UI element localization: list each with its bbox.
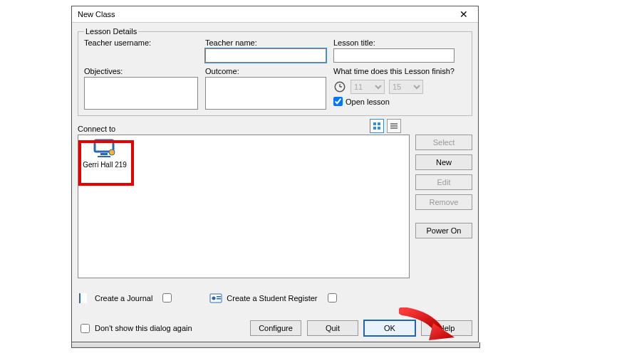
open-lesson-label: Open lesson [346, 98, 390, 106]
objectives-label: Objectives: [84, 67, 198, 75]
titlebar: New Class ✕ [72, 6, 478, 23]
quit-button[interactable]: Quit [307, 320, 358, 336]
lesson-title-label: Lesson title: [333, 38, 455, 47]
new-class-dialog: New Class ✕ Lesson Details Teacher usern… [71, 6, 479, 342]
svg-rect-11 [100, 153, 108, 155]
register-icon [209, 292, 222, 305]
svg-rect-9 [390, 127, 398, 129]
svg-rect-8 [390, 125, 398, 127]
dont-show-label: Don't show this dialog again [95, 324, 192, 332]
edit-button[interactable]: Edit [415, 174, 472, 190]
svg-point-17 [212, 296, 216, 300]
ok-button[interactable]: OK [364, 320, 415, 336]
new-button[interactable]: New [415, 154, 472, 170]
svg-rect-12 [98, 156, 110, 157]
dont-show-checkbox[interactable] [80, 324, 90, 333]
monitor-icon [90, 138, 119, 159]
objectives-input[interactable] [84, 77, 198, 110]
close-icon: ✕ [459, 9, 468, 19]
svg-point-13 [109, 149, 115, 155]
open-lesson-checkbox[interactable] [333, 97, 343, 106]
lesson-title-input[interactable] [333, 48, 455, 63]
select-button[interactable]: Select [415, 135, 472, 150]
client-list[interactable]: Gerri Hall 219 [78, 135, 410, 278]
teacher-username-label: Teacher username: [84, 38, 198, 47]
power-on-button[interactable]: Power On [415, 223, 472, 238]
grid-icon [373, 122, 381, 130]
outcome-label: Outcome: [205, 67, 326, 75]
client-item-label: Gerri Hall 219 [81, 161, 128, 169]
svg-rect-5 [373, 127, 376, 130]
close-button[interactable]: ✕ [452, 7, 475, 21]
view-icons-button[interactable] [370, 119, 384, 133]
create-journal-checkbox[interactable] [162, 293, 172, 302]
svg-rect-7 [390, 123, 398, 125]
remove-button[interactable]: Remove [415, 194, 472, 210]
lesson-details-group: Lesson Details Teacher username: Teacher… [78, 27, 472, 116]
create-register-checkbox[interactable] [328, 293, 337, 302]
finish-minute-select[interactable]: 15 [389, 80, 423, 94]
create-register-label: Create a Student Register [227, 294, 317, 302]
journal-icon [78, 292, 90, 305]
list-icon [390, 122, 398, 130]
configure-button[interactable]: Configure [250, 320, 301, 336]
svg-rect-6 [378, 127, 380, 130]
connect-to-label: Connect to [78, 125, 115, 133]
statusbar [71, 342, 480, 348]
window-title: New Class [78, 10, 115, 19]
clock-icon [333, 80, 346, 93]
finish-hour-select[interactable]: 11 [350, 80, 385, 94]
svg-rect-15 [80, 293, 87, 303]
teacher-name-input[interactable] [205, 48, 326, 63]
lesson-details-legend: Lesson Details [84, 27, 138, 36]
client-item[interactable]: Gerri Hall 219 [81, 138, 128, 169]
teacher-name-label: Teacher name: [205, 38, 326, 47]
svg-rect-3 [373, 122, 376, 125]
create-journal-label: Create a Journal [95, 294, 152, 302]
outcome-input[interactable] [205, 77, 326, 110]
svg-rect-18 [217, 296, 221, 298]
svg-rect-19 [217, 298, 221, 300]
finish-time-label: What time does this Lesson finish? [333, 67, 455, 75]
svg-rect-4 [378, 122, 380, 125]
view-list-button[interactable] [387, 119, 401, 133]
help-button[interactable]: Help [421, 320, 472, 336]
